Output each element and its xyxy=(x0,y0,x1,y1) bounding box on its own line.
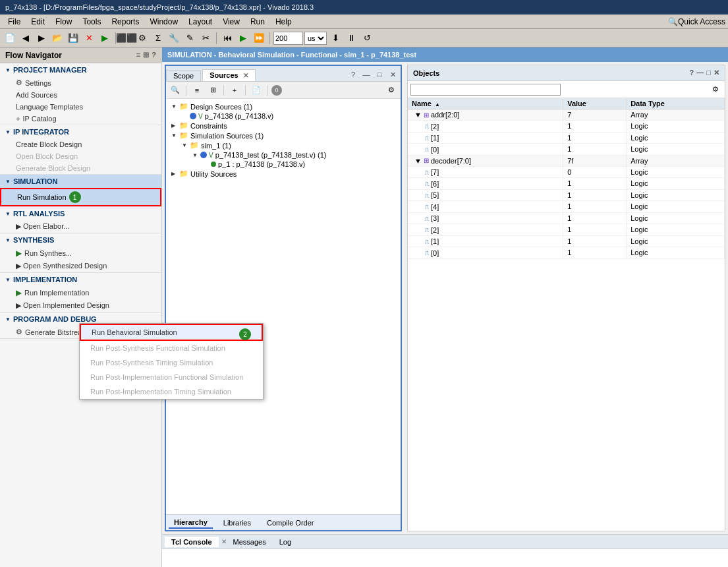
help-panel-btn[interactable]: ? xyxy=(348,69,358,80)
menu-reports[interactable]: Reports xyxy=(106,16,144,28)
section-ip-integrator-header[interactable]: ▼ IP INTEGRATOR xyxy=(0,125,161,138)
tree-p1-instance[interactable]: p_1 : p_74138 (p_74138.v) xyxy=(169,160,398,169)
refresh-btn[interactable]: ↺ xyxy=(360,31,374,45)
tree-sim1[interactable]: ▼ 📁 sim_1 (1) xyxy=(169,140,398,150)
back-btn[interactable]: ◀ xyxy=(18,31,33,45)
table-row[interactable]: ⎍[6] 1Logic xyxy=(408,178,725,190)
tree-design-sources[interactable]: ▼ 📁 Design Sources (1) xyxy=(169,102,398,111)
table-row[interactable]: ⎍[5] 1Logic xyxy=(408,189,725,201)
menu-edit[interactable]: Edit xyxy=(26,16,50,28)
drc-btn[interactable]: ✎ xyxy=(182,31,197,45)
menu-tools[interactable]: Tools xyxy=(77,16,106,28)
close-icon[interactable]: ✕ xyxy=(714,69,719,77)
new-file-btn[interactable]: 📄 xyxy=(3,31,17,45)
nav-run-implementation[interactable]: ▶ Run Implementation xyxy=(0,286,161,299)
menu-run[interactable]: Run xyxy=(245,16,270,28)
nav-open-elaborated[interactable]: ▶ Open Elabor... xyxy=(0,220,161,233)
menu-view[interactable]: View xyxy=(217,16,245,28)
minimize-icon[interactable]: — xyxy=(696,69,704,77)
add-source-btn[interactable]: + xyxy=(228,84,241,97)
run-btn[interactable]: ▶ xyxy=(98,31,112,45)
table-row[interactable]: ⎍[2] 1Logic xyxy=(408,224,725,236)
search-sources-btn[interactable]: 🔍 xyxy=(169,84,182,97)
document-btn[interactable]: 📄 xyxy=(250,84,263,97)
maximize-panel-btn[interactable]: □ xyxy=(374,69,385,80)
help-icon[interactable]: ? xyxy=(152,51,156,59)
section-synthesis-header[interactable]: ▼ SYNTHESIS xyxy=(0,233,161,247)
table-row[interactable]: ⎍[1] 1Logic xyxy=(408,132,725,144)
tree-utility-sources[interactable]: ▶ 📁 Utility Sources xyxy=(169,169,398,179)
section-simulation-header[interactable]: ▼ SIMULATION xyxy=(0,175,161,188)
collapse-all-icon[interactable]: ≡ xyxy=(136,51,140,59)
tree-p74138-test[interactable]: ▼ V p_74138_test (p_74138_test.v) (1) xyxy=(169,150,398,160)
save-btn[interactable]: 💾 xyxy=(66,31,80,45)
tree-p74138[interactable]: V p_74138 (p_74138.v) xyxy=(169,111,398,121)
table-row[interactable]: ⎍[0] 1Logic xyxy=(408,247,725,259)
timing-btn[interactable]: ✂ xyxy=(198,31,213,45)
menu-layout[interactable]: Layout xyxy=(183,16,217,28)
table-row[interactable]: ⎍[3] 1Logic xyxy=(408,212,725,224)
dropdown-run-behavioral-sim[interactable]: Run Behavioral Simulation 2 xyxy=(80,324,263,341)
menu-file[interactable]: File xyxy=(3,16,26,28)
tcl-console-tab[interactable]: Tcl Console xyxy=(165,537,219,547)
messages-tab[interactable]: Messages xyxy=(227,537,273,547)
nav-ip-catalog[interactable]: + IP Catalog xyxy=(0,113,161,125)
pause-btn[interactable]: ⏸ xyxy=(344,31,358,45)
menu-flow[interactable]: Flow xyxy=(50,16,77,28)
close-btn[interactable]: ✕ xyxy=(82,31,96,45)
close-panel-btn[interactable]: ✕ xyxy=(387,69,398,80)
section-implementation-header[interactable]: ▼ IMPLEMENTATION xyxy=(0,273,161,286)
table-row[interactable]: ⎍[0] 1Logic xyxy=(408,144,725,156)
col-datatype[interactable]: Data Type xyxy=(627,98,725,109)
table-row[interactable]: ▼ ⊞ addr[2:0] 7 Array xyxy=(408,109,725,121)
table-row[interactable]: ⎍[7] 0Logic xyxy=(408,166,725,178)
table-row[interactable]: ⎍[2] 1Logic xyxy=(408,121,725,133)
tree-constraints[interactable]: ▶ 📁 Constraints xyxy=(169,121,398,131)
nav-settings[interactable]: ⚙ Settings xyxy=(0,76,161,89)
nav-create-block-design[interactable]: Create Block Design xyxy=(0,138,161,150)
constraint-btn[interactable]: 🔧 xyxy=(167,31,181,45)
table-row[interactable]: ▼ ⊞ decoder[7:0] 7f Array xyxy=(408,155,725,166)
nav-run-simulation[interactable]: Run Simulation 1 xyxy=(0,188,161,206)
section-rtl-analysis-header[interactable]: ▼ RTL ANALYSIS xyxy=(0,207,161,220)
sigma-btn[interactable]: Σ xyxy=(151,31,165,45)
tcl-tab-close[interactable]: ✕ xyxy=(221,538,227,545)
minimize-panel-btn[interactable]: — xyxy=(361,69,372,80)
download-btn[interactable]: ⬇ xyxy=(328,31,343,45)
hierarchy-tab[interactable]: Hierarchy xyxy=(169,517,213,529)
tree-sim-sources[interactable]: ▼ 📁 Simulation Sources (1) xyxy=(169,131,398,140)
objects-settings-btn[interactable]: ⚙ xyxy=(709,83,722,96)
restart-btn[interactable]: ⏮ xyxy=(220,31,235,45)
step-fwd-btn[interactable]: ⏩ xyxy=(252,31,266,45)
collapse-all-sources-btn[interactable]: ≡ xyxy=(190,84,204,97)
open-btn[interactable]: 📂 xyxy=(50,31,65,45)
table-row[interactable]: ⎍[1] 1Logic xyxy=(408,235,725,247)
nav-generate-block-design[interactable]: Generate Block Design xyxy=(0,162,161,174)
sources-tab-close[interactable]: ✕ xyxy=(243,72,248,79)
menu-help[interactable]: Help xyxy=(270,16,297,28)
time-unit-select[interactable]: us ns ps xyxy=(304,32,327,45)
nav-language-templates[interactable]: Language Templates xyxy=(0,101,161,113)
gear-btn[interactable]: ⚙ xyxy=(135,31,150,45)
settings-sources-btn[interactable]: ⚙ xyxy=(385,84,398,97)
run-time-input[interactable] xyxy=(273,32,303,45)
expand-all-icon[interactable]: ⊞ xyxy=(143,51,149,59)
compile-order-tab[interactable]: Compile Order xyxy=(262,518,320,528)
nav-add-sources[interactable]: Add Sources xyxy=(0,89,161,101)
col-name[interactable]: Name ▲ xyxy=(408,98,563,109)
nav-open-synthesized[interactable]: ▶ Open Synthesized Design xyxy=(0,260,161,272)
nav-open-block-design[interactable]: Open Block Design xyxy=(0,150,161,162)
col-value[interactable]: Value xyxy=(563,98,627,109)
expand-all-sources-btn[interactable]: ⊞ xyxy=(206,84,219,97)
nav-run-synthesis[interactable]: ▶ Run Synthes... xyxy=(0,247,161,260)
play-btn[interactable]: ▶ xyxy=(236,31,250,45)
maximize-icon[interactable]: □ xyxy=(706,69,711,77)
scope-tab[interactable]: Scope xyxy=(166,70,201,81)
step-btn[interactable]: ⬛⬛ xyxy=(119,31,134,45)
forward-btn[interactable]: ▶ xyxy=(34,31,49,45)
sources-tab[interactable]: Sources ✕ xyxy=(202,69,255,81)
help-icon[interactable]: ? xyxy=(690,69,694,77)
libraries-tab[interactable]: Libraries xyxy=(218,518,256,528)
objects-search-input[interactable] xyxy=(410,84,561,96)
nav-open-implemented[interactable]: ▶ Open Implemented Design xyxy=(0,299,161,312)
